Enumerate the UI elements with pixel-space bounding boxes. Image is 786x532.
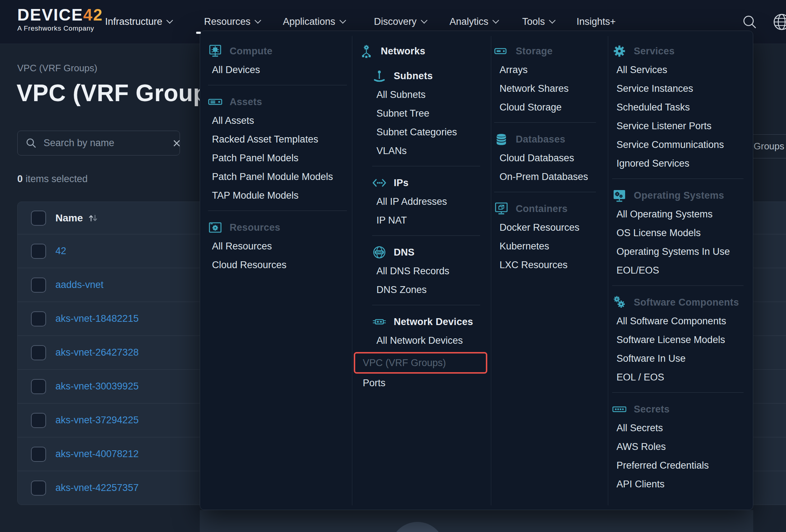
brand-name: DEVICE — [17, 5, 83, 24]
menu-item-all-services[interactable]: All Services — [612, 60, 750, 79]
menu-item-ignored-services[interactable]: Ignored Services — [612, 154, 750, 173]
menu-item-operating-systems-in-use[interactable]: Operating Systems In Use — [612, 242, 750, 261]
ips-icon — [372, 176, 387, 190]
row-checkbox[interactable] — [31, 413, 46, 428]
menu-item-all-dns-records[interactable]: All DNS Records — [359, 262, 491, 280]
brand-suffix: 42 — [83, 5, 103, 24]
menu-item-racked-asset-templates[interactable]: Racked Asset Templates — [208, 130, 347, 149]
menu-item-api-clients[interactable]: API Clients — [612, 475, 750, 493]
storage-icon — [494, 44, 509, 58]
brand-logo[interactable]: DEVICE42 A Freshworks Company — [17, 6, 103, 32]
clear-search-icon[interactable] — [172, 138, 182, 148]
menu-item-os-license-models[interactable]: OS License Models — [612, 224, 750, 242]
menu-item-cloud-databases[interactable]: Cloud Databases — [494, 149, 604, 167]
menu-item-software-license-models[interactable]: Software License Models — [612, 330, 750, 349]
menu-item-patch-panel-module-models[interactable]: Patch Panel Module Models — [208, 167, 347, 186]
menu-item-subnet-tree[interactable]: Subnet Tree — [359, 104, 491, 123]
chevron-down-icon — [339, 17, 346, 23]
device42-app: VPC (VRF Groups) VPC (VRF Groups) Groups… — [0, 0, 786, 532]
menu-item-all-devices[interactable]: All Devices — [208, 60, 347, 79]
menu-item-all-software-components[interactable]: All Software Components — [612, 312, 750, 330]
globe-icon[interactable] — [772, 0, 786, 44]
row-checkbox[interactable] — [31, 379, 46, 394]
menu-item-service-listener-ports[interactable]: Service Listener Ports — [612, 117, 750, 135]
menu-item-os-eol-eos[interactable]: EOL/EOS — [612, 261, 750, 280]
section-divider — [612, 392, 744, 393]
chevron-down-icon — [254, 17, 261, 23]
section-header-services: Services — [612, 42, 750, 60]
section-divider — [494, 122, 596, 123]
chevron-down-icon — [166, 17, 173, 23]
row-checkbox[interactable] — [31, 311, 46, 326]
menu-item-tap-module-models[interactable]: TAP Module Models — [208, 186, 347, 205]
menu-item-scheduled-tasks[interactable]: Scheduled Tasks — [612, 98, 750, 117]
menu-item-software-eol-eos[interactable]: EOL / EOS — [612, 368, 750, 387]
search-input[interactable] — [43, 137, 172, 149]
menu-item-vlans[interactable]: VLANs — [359, 141, 491, 160]
row-checkbox[interactable] — [31, 244, 46, 259]
resources-mega-menu: Compute All Devices Assets All Assets Ra… — [200, 31, 753, 510]
menu-item-patch-panel-models[interactable]: Patch Panel Models — [208, 149, 347, 167]
group-header-networks: Networks — [359, 42, 491, 60]
sort-icon[interactable] — [88, 213, 99, 223]
section-divider — [372, 166, 480, 166]
section-header-assets: Assets — [208, 93, 347, 111]
menu-item-all-subnets[interactable]: All Subnets — [359, 85, 491, 104]
row-name-link[interactable]: aks-vnet-40078212 — [55, 448, 139, 460]
row-checkbox[interactable] — [31, 278, 46, 293]
nav-infrastructure[interactable]: Infrastructure — [105, 0, 172, 44]
menu-item-service-instances[interactable]: Service Instances — [612, 79, 750, 98]
resources-icon — [208, 220, 222, 235]
menu-item-software-in-use[interactable]: Software In Use — [612, 349, 750, 368]
menu-item-network-shares[interactable]: Network Shares — [494, 79, 604, 98]
subsection-header-dns: DNS DNS — [372, 243, 491, 262]
services-icon — [612, 44, 627, 58]
section-divider — [494, 192, 596, 192]
menu-item-all-resources[interactable]: All Resources — [208, 237, 347, 256]
row-name-link[interactable]: aks-vnet-37294225 — [55, 415, 139, 426]
menu-item-vpc-vrf-groups-highlighted[interactable]: VPC (VRF Groups) — [354, 352, 487, 374]
bottom-strip — [200, 510, 753, 532]
name-column-header[interactable]: Name — [55, 212, 83, 224]
row-name-link[interactable]: aadds-vnet — [55, 279, 104, 290]
menu-item-all-operating-systems[interactable]: All Operating Systems — [612, 205, 750, 224]
menu-item-docker-resources[interactable]: Docker Resources — [494, 218, 604, 237]
menu-item-preferred-credentials[interactable]: Preferred Credentials — [612, 456, 750, 475]
menu-item-lxc-resources[interactable]: LXC Resources — [494, 256, 604, 274]
menu-column-compute: Compute All Devices Assets All Assets Ra… — [208, 31, 347, 274]
menu-column-networks: Networks Subnets All Subnets Subnet Tree… — [359, 31, 491, 392]
menu-item-all-network-devices[interactable]: All Network Devices — [359, 331, 491, 350]
menu-item-all-secrets[interactable]: All Secrets — [612, 419, 750, 437]
select-all-checkbox[interactable] — [31, 211, 46, 226]
menu-item-kubernetes[interactable]: Kubernetes — [494, 237, 604, 256]
selection-summary: 0items selected — [17, 173, 88, 185]
menu-item-subnet-categories[interactable]: Subnet Categories — [359, 123, 491, 141]
row-name-link[interactable]: aks-vnet-26427328 — [55, 347, 139, 358]
section-header-software-components: Software Components — [612, 293, 750, 312]
section-header-operating-systems: Operating Systems — [612, 186, 750, 205]
row-checkbox[interactable] — [31, 481, 46, 496]
row-name-link[interactable]: aks-vnet-18482215 — [55, 313, 139, 324]
menu-item-cloud-storage[interactable]: Cloud Storage — [494, 98, 604, 117]
row-checkbox[interactable] — [31, 447, 46, 462]
menu-item-arrays[interactable]: Arrays — [494, 60, 604, 79]
menu-item-on-prem-databases[interactable]: On-Prem Databases — [494, 167, 604, 186]
menu-item-all-assets[interactable]: All Assets — [208, 111, 347, 130]
row-name-link[interactable]: aks-vnet-42257357 — [55, 482, 139, 493]
menu-item-service-communications[interactable]: Service Communications — [612, 135, 750, 154]
menu-item-ip-nat[interactable]: IP NAT — [359, 211, 491, 230]
row-checkbox[interactable] — [31, 345, 46, 360]
section-divider — [612, 179, 744, 179]
containers-icon — [494, 202, 509, 216]
menu-item-all-ip-addresses[interactable]: All IP Addresses — [359, 192, 491, 211]
menu-column-services: Services All Services Service Instances … — [612, 31, 750, 493]
secrets-icon — [612, 402, 627, 416]
menu-item-dns-zones[interactable]: DNS Zones — [359, 280, 491, 299]
row-name-link[interactable]: aks-vnet-30039925 — [55, 381, 139, 392]
menu-item-aws-roles[interactable]: AWS Roles — [612, 437, 750, 456]
row-name-link[interactable]: 42 — [55, 245, 66, 257]
selection-count: 0 — [17, 173, 23, 184]
menu-item-ports[interactable]: Ports — [359, 374, 491, 392]
search-box[interactable] — [17, 131, 180, 155]
menu-item-cloud-resources[interactable]: Cloud Resources — [208, 256, 347, 274]
